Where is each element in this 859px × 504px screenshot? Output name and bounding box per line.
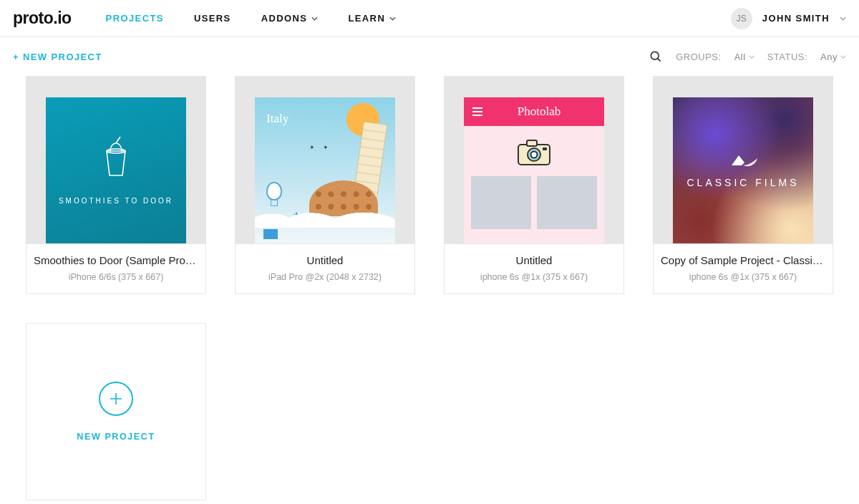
- svg-rect-5: [527, 140, 537, 146]
- primary-nav: PROJECTS USERS ADDONS LEARN: [106, 13, 731, 24]
- search-icon[interactable]: [649, 49, 663, 64]
- camera-icon: [517, 139, 551, 166]
- projects-grid: SMOOTHIES TO DOOR Smoothies to Door (Sam…: [0, 76, 859, 504]
- project-title: Copy of Sample Project - Classic Films: [661, 254, 825, 266]
- projects-toolbar: + NEW PROJECT GROUPS: All STATUS: Any: [0, 37, 859, 76]
- nav-projects[interactable]: PROJECTS: [106, 13, 164, 24]
- project-meta: Copy of Sample Project - Classic Films i…: [654, 244, 833, 294]
- project-thumbnail: CLASSIC FILMS: [654, 77, 833, 244]
- thumb-caption: CLASSIC FILMS: [686, 177, 799, 188]
- brand-logo[interactable]: proto.io: [13, 9, 72, 28]
- film-logo-icon: [727, 152, 759, 170]
- project-meta: Smoothies to Door (Sample Project) iPhon…: [26, 244, 205, 294]
- project-thumbnail: SMOOTHIES TO DOOR: [26, 77, 205, 244]
- project-subtitle: iPhone 6/6s (375 x 667): [34, 272, 198, 282]
- nav-addons[interactable]: ADDONS: [261, 13, 319, 24]
- project-card[interactable]: Italy ✦ ✦ ✈ Untitled iPad Pro @2x (2048 …: [235, 76, 415, 294]
- nav-learn[interactable]: LEARN: [348, 13, 396, 24]
- brand-name: proto.io: [13, 9, 72, 27]
- svg-rect-8: [543, 147, 547, 150]
- status-label: STATUS:: [767, 52, 807, 62]
- top-nav: proto.io PROJECTS USERS ADDONS LEARN JS …: [0, 0, 859, 37]
- svg-point-0: [651, 52, 659, 59]
- svg-point-7: [531, 152, 538, 158]
- project-title: Smoothies to Door (Sample Project): [34, 254, 198, 266]
- project-card[interactable]: SMOOTHIES TO DOOR Smoothies to Door (Sam…: [26, 76, 206, 294]
- new-project-button[interactable]: + NEW PROJECT: [13, 52, 102, 62]
- user-name: JOHN SMITH: [762, 13, 830, 24]
- chevron-down-icon: [389, 16, 396, 21]
- project-card[interactable]: CLASSIC FILMS Copy of Sample Project - C…: [653, 76, 833, 294]
- project-subtitle: iPad Pro @2x (2048 x 2732): [243, 272, 407, 282]
- status-filter[interactable]: Any: [820, 52, 846, 62]
- thumb-caption: Photolab: [482, 105, 596, 119]
- smoothie-cup-icon: [100, 137, 132, 178]
- project-card[interactable]: Photolab: [444, 76, 624, 294]
- clouds-icon: [255, 208, 395, 228]
- project-title: Untitled: [452, 254, 616, 266]
- avatar: JS: [731, 8, 752, 29]
- user-menu[interactable]: JS JOHN SMITH: [731, 8, 846, 29]
- groups-filter[interactable]: All: [734, 52, 754, 62]
- birds-icon: ✦ ✦: [309, 144, 331, 151]
- project-subtitle: iphone 6s @1x (375 x 667): [452, 272, 616, 282]
- project-thumbnail: Photolab: [445, 77, 623, 244]
- photolab-header: Photolab: [464, 97, 604, 126]
- photo-tiles: [464, 176, 604, 229]
- nav-users[interactable]: USERS: [194, 13, 231, 24]
- project-meta: Untitled iPad Pro @2x (2048 x 2732): [236, 244, 414, 294]
- project-subtitle: iphone 6s @1x (375 x 667): [661, 272, 825, 282]
- thumb-footer-mark: [263, 229, 278, 239]
- new-project-card[interactable]: NEW PROJECT: [26, 323, 206, 500]
- svg-line-1: [658, 59, 661, 62]
- filters: GROUPS: All STATUS: Any: [649, 49, 846, 64]
- thumb-caption: Italy: [266, 112, 288, 126]
- balloon-icon: [266, 182, 282, 200]
- chevron-down-icon: [311, 16, 318, 21]
- plus-icon: [99, 382, 133, 416]
- svg-line-3: [116, 137, 120, 143]
- new-project-label: NEW PROJECT: [77, 432, 155, 442]
- thumb-caption: SMOOTHIES TO DOOR: [59, 197, 173, 205]
- chevron-down-icon: [840, 16, 846, 21]
- project-meta: Untitled iphone 6s @1x (375 x 667): [445, 244, 623, 294]
- photo-tile: [471, 176, 531, 229]
- project-title: Untitled: [243, 254, 407, 266]
- photo-tile: [537, 176, 597, 229]
- hamburger-icon: [472, 107, 482, 116]
- groups-label: GROUPS:: [676, 52, 721, 62]
- project-thumbnail: Italy ✦ ✦ ✈: [236, 77, 414, 244]
